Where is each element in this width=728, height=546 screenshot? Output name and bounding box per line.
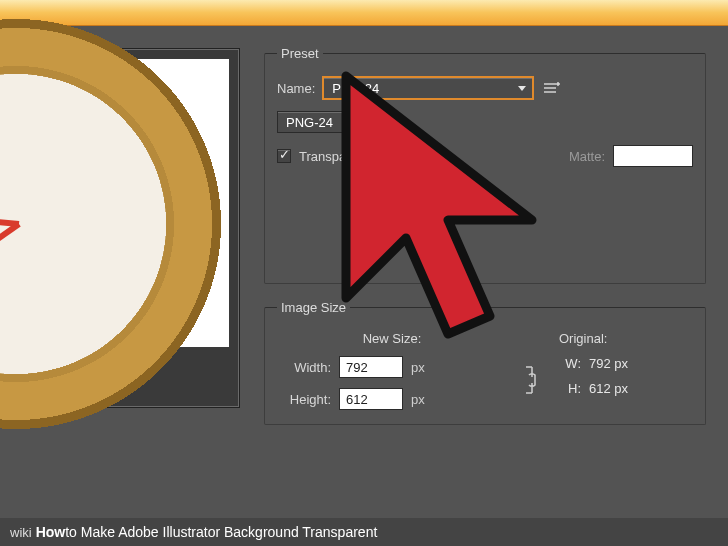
height-unit: px bbox=[411, 392, 425, 407]
preset-options-icon[interactable] bbox=[541, 79, 561, 97]
orig-width-value: 792 px bbox=[589, 356, 628, 371]
orig-height-label: H: bbox=[559, 381, 581, 396]
chevron-down-icon bbox=[372, 120, 380, 125]
constrain-proportions-icon[interactable] bbox=[513, 331, 549, 395]
height-label: Height: bbox=[277, 392, 331, 407]
width-unit: px bbox=[411, 360, 425, 375]
export-panel: Preset Name: PNG-24 bbox=[250, 36, 720, 436]
name-label: Name: bbox=[277, 81, 315, 96]
transparency-label: Transparency bbox=[299, 149, 378, 164]
matte-dropdown[interactable] bbox=[613, 145, 693, 167]
image-size-legend: Image Size bbox=[277, 300, 350, 315]
preset-name-dropdown[interactable]: PNG-24 bbox=[323, 77, 533, 99]
width-input[interactable] bbox=[339, 356, 403, 378]
caption-prefix: wiki bbox=[10, 525, 32, 540]
orig-height-value: 612 px bbox=[589, 381, 628, 396]
height-input[interactable] bbox=[339, 388, 403, 410]
window-titlebar bbox=[0, 0, 728, 26]
file-format-value: PNG-24 bbox=[286, 115, 333, 130]
artwork-preview bbox=[0, 48, 240, 408]
file-format-dropdown[interactable]: PNG-24 bbox=[277, 111, 387, 133]
caption-rest: to Make Adobe Illustrator Background Tra… bbox=[65, 524, 377, 540]
chevron-down-icon bbox=[518, 86, 526, 91]
preset-group: Preset Name: PNG-24 bbox=[264, 46, 706, 284]
transparency-checkbox[interactable] bbox=[277, 149, 291, 163]
original-heading: Original: bbox=[559, 331, 693, 346]
preset-name-value: PNG-24 bbox=[332, 81, 379, 96]
new-size-heading: New Size: bbox=[277, 331, 507, 346]
matte-label: Matte: bbox=[569, 149, 605, 164]
image-size-group: Image Size New Size: Width: px Height: p… bbox=[264, 300, 706, 425]
preset-legend: Preset bbox=[277, 46, 323, 61]
caption-bold: How bbox=[36, 524, 66, 540]
orig-width-label: W: bbox=[559, 356, 581, 371]
width-label: Width: bbox=[277, 360, 331, 375]
caption-bar: wiki How to Make Adobe Illustrator Backg… bbox=[0, 518, 728, 546]
